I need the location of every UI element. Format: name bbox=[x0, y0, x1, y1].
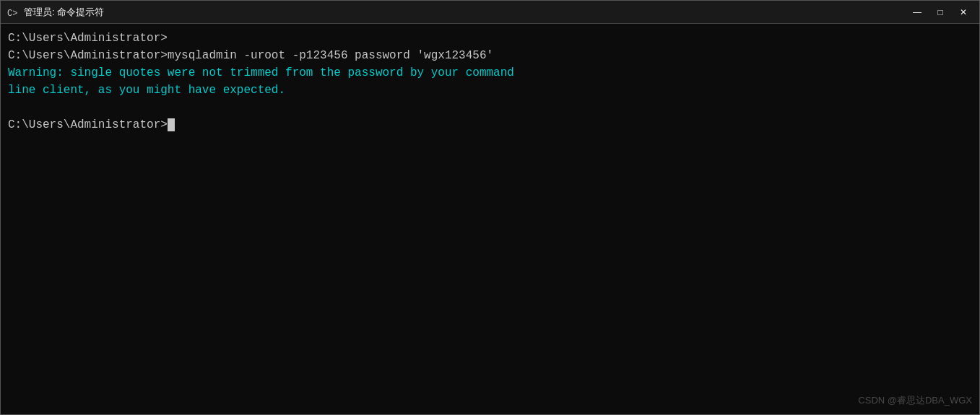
window-controls: — □ ✕ bbox=[907, 5, 974, 19]
title-bar-left: C> 管理员: 命令提示符 bbox=[6, 6, 104, 19]
terminal-line-1: C:\Users\Administrator> bbox=[8, 30, 972, 47]
cursor bbox=[168, 118, 175, 131]
minimize-button[interactable]: — bbox=[907, 5, 927, 19]
cmd-window: C> 管理员: 命令提示符 — □ ✕ C:\Users\Administrat… bbox=[0, 0, 980, 415]
terminal-line-4: line client, as you might have expected. bbox=[8, 82, 972, 99]
terminal-body[interactable]: C:\Users\Administrator> C:\Users\Adminis… bbox=[1, 24, 979, 414]
title-bar: C> 管理员: 命令提示符 — □ ✕ bbox=[1, 1, 979, 24]
svg-text:C>: C> bbox=[7, 9, 17, 18]
terminal-line-3: Warning: single quotes were not trimmed … bbox=[8, 64, 972, 82]
close-button[interactable]: ✕ bbox=[953, 5, 974, 19]
terminal-line-6: C:\Users\Administrator> bbox=[8, 116, 972, 134]
window-title: 管理员: 命令提示符 bbox=[24, 6, 104, 19]
watermark: CSDN @睿思达DBA_WGX bbox=[858, 394, 972, 407]
terminal-line-2: C:\Users\Administrator>mysqladmin -uroot… bbox=[8, 47, 972, 64]
terminal-line-5 bbox=[8, 99, 972, 116]
cmd-icon: C> bbox=[6, 6, 18, 18]
maximize-button[interactable]: □ bbox=[930, 5, 950, 19]
